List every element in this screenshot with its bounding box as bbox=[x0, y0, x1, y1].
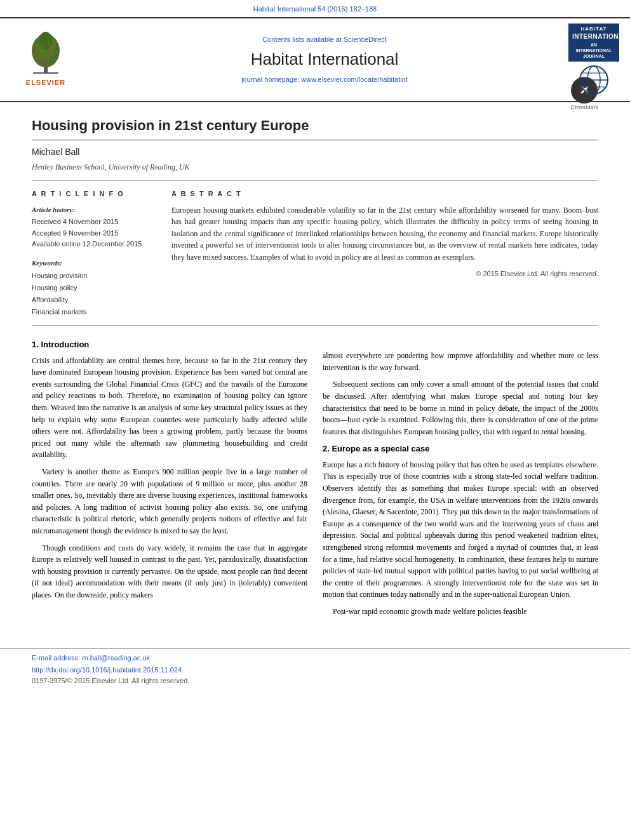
svg-point-7 bbox=[44, 55, 46, 57]
crossmark-label: CrossMark bbox=[570, 103, 598, 112]
journal-header-center: Contents lists available at ScienceDirec… bbox=[90, 34, 559, 85]
homepage-link[interactable]: www.elsevier.com/locate/habitatint bbox=[301, 76, 408, 83]
article-affiliation: Henley Business School, University of Re… bbox=[32, 161, 598, 181]
copyright-line: © 2015 Elsevier Ltd. All rights reserved… bbox=[171, 269, 598, 279]
email-address[interactable]: m.ball@reading.ac.uk bbox=[82, 654, 150, 662]
intro-para-3: Though conditions and costs do vary wide… bbox=[32, 542, 307, 601]
intro-right-para-2: Subsequent sections can only cover a sma… bbox=[323, 378, 598, 437]
footer-email-line: E-mail address: m.ball@reading.ac.uk bbox=[32, 653, 598, 663]
info-abstract-section: A R T I C L E I N F O Article history: R… bbox=[32, 189, 598, 326]
keyword-4: Financial markets bbox=[32, 306, 159, 318]
body-content: 1. Introduction Crisis and affordability… bbox=[32, 336, 598, 622]
homepage-label: journal homepage: bbox=[241, 76, 299, 83]
europe-para-2: Post-war rapid economic growth made welf… bbox=[323, 606, 598, 618]
habitat-title: HABITAT bbox=[572, 26, 615, 32]
history-label: Article history: bbox=[32, 204, 159, 215]
journal-header: ELSEVIER Contents lists available at Sci… bbox=[0, 17, 630, 103]
habitat-globe-icon bbox=[575, 64, 613, 96]
keyword-2: Housing policy bbox=[32, 282, 159, 294]
citation-text: Habitat International 54 (2016) 182–188 bbox=[253, 5, 377, 13]
elsevier-wordmark: ELSEVIER bbox=[26, 77, 65, 88]
homepage-line: journal homepage: www.elsevier.com/locat… bbox=[90, 74, 559, 85]
svg-point-8 bbox=[41, 43, 44, 46]
europe-heading: 2. Europe as a special case bbox=[323, 443, 598, 455]
article-info-title: A R T I C L E I N F O bbox=[32, 189, 159, 199]
body-left-column: 1. Introduction Crisis and affordability… bbox=[32, 336, 307, 622]
keywords-label: Keywords: bbox=[32, 258, 159, 269]
abstract-panel: A B S T R A C T European housing markets… bbox=[171, 189, 598, 317]
svg-point-4 bbox=[39, 32, 52, 50]
intro-heading: 1. Introduction bbox=[32, 338, 307, 351]
citation-bar: Habitat International 54 (2016) 182–188 bbox=[0, 0, 630, 17]
svg-point-5 bbox=[39, 51, 41, 53]
intro-para-2: Variety is another theme as Europe's 900… bbox=[32, 466, 307, 537]
abstract-title: A B S T R A C T bbox=[171, 189, 598, 199]
abstract-text: European housing markets exhibited consi… bbox=[171, 204, 598, 263]
contents-label: Contents lists available at bbox=[262, 36, 342, 43]
page-footer: E-mail address: m.ball@reading.ac.uk htt… bbox=[0, 648, 630, 686]
footer-issn: 0197-3975/© 2015 Elsevier Ltd. All right… bbox=[32, 676, 598, 686]
journal-title: Habitat International bbox=[90, 47, 559, 72]
europe-para-1: Europe has a rich history of housing pol… bbox=[323, 459, 598, 601]
footer-doi[interactable]: http://dx.doi.org/10.1016/j.habitatint.2… bbox=[32, 665, 598, 676]
email-label: E-mail address: bbox=[32, 654, 80, 662]
habitat-badge: HABITAT INTERNATIONAL AN INTERNATIONAL J… bbox=[568, 23, 619, 62]
elsevier-tree-icon bbox=[17, 32, 74, 76]
keyword-1: Housing provision bbox=[32, 270, 159, 282]
svg-point-6 bbox=[49, 48, 51, 51]
received-date: Received 4 November 2015 bbox=[32, 217, 159, 228]
keywords-block: Keywords: Housing provision Housing poli… bbox=[32, 258, 159, 317]
intro-para-1: Crisis and affordability are central the… bbox=[32, 355, 307, 461]
habitat-subtitle: AN INTERNATIONAL JOURNAL bbox=[572, 42, 615, 59]
intro-right-para-1: almost everywhere are pondering how impr… bbox=[323, 350, 598, 373]
body-right-column: almost everywhere are pondering how impr… bbox=[323, 336, 598, 622]
elsevier-logo: ELSEVIER bbox=[8, 32, 84, 88]
contents-line: Contents lists available at ScienceDirec… bbox=[90, 34, 559, 45]
available-date: Available online 12 December 2015 bbox=[32, 239, 159, 250]
article-author: Michael Ball bbox=[32, 145, 598, 159]
accepted-date: Accepted 9 November 2015 bbox=[32, 228, 159, 239]
article-info-panel: A R T I C L E I N F O Article history: R… bbox=[32, 189, 159, 317]
habitat-intl: INTERNATIONAL bbox=[572, 32, 615, 41]
keyword-3: Affordability bbox=[32, 294, 159, 306]
habitat-logo: HABITAT INTERNATIONAL AN INTERNATIONAL J… bbox=[565, 23, 622, 97]
article-title: Housing provision in 21st century Europe bbox=[32, 115, 598, 140]
svg-point-9 bbox=[48, 42, 50, 44]
main-content: ✕ CrossMark Housing provision in 21st ce… bbox=[0, 102, 630, 635]
sciencedirect-link[interactable]: ScienceDirect bbox=[344, 36, 387, 43]
